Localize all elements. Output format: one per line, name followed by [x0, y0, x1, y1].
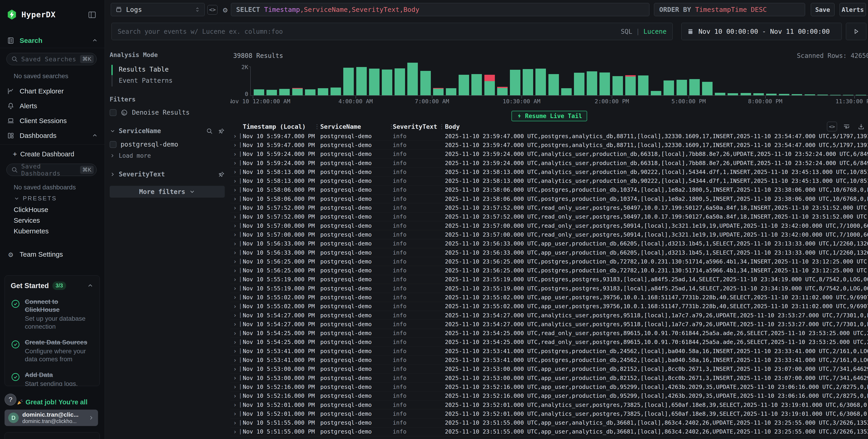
histogram-bar[interactable] [407, 63, 418, 95]
table-row[interactable]: › Nov 10 5:59:47.000 PM postgresql-demo … [230, 132, 868, 140]
sidebar-item-dashboards[interactable]: Dashboards [0, 129, 105, 142]
col-header-servicename[interactable]: ServiceName [320, 123, 361, 130]
histogram-bar[interactable] [625, 75, 636, 95]
histogram-bar[interactable] [471, 74, 482, 95]
row-expander-icon[interactable]: › [233, 160, 240, 166]
histogram-bar[interactable] [420, 71, 431, 95]
facet-value-row[interactable]: postgresql-demo [110, 140, 225, 148]
row-expander-icon[interactable]: › [233, 383, 240, 390]
table-row[interactable]: › Nov 10 5:55:02.000 PM postgresql-demo … [230, 302, 868, 311]
source-select[interactable]: Logs [111, 3, 205, 16]
sidebar-item-client-sessions[interactable]: Client Sessions [0, 115, 105, 127]
row-expander-icon[interactable]: › [233, 205, 240, 211]
pin-icon[interactable] [218, 128, 225, 134]
more-filters-button[interactable]: More filters [110, 186, 225, 198]
table-row[interactable]: › Nov 10 5:59:47.000 PM postgresql-demo … [230, 140, 868, 150]
get-started-item[interactable]: Add Data Start sending logs, metrics, or… [11, 371, 94, 386]
row-expander-icon[interactable]: › [233, 133, 240, 139]
row-expander-icon[interactable]: › [233, 213, 240, 220]
sidebar-item-chart-explorer[interactable]: Chart Explorer [0, 85, 105, 98]
table-row[interactable]: › Nov 10 5:53:00.000 PM postgresql-demo … [230, 374, 868, 382]
mode-results-table[interactable]: Results Table [110, 64, 225, 75]
table-row[interactable]: › Nov 10 5:57:52.000 PM postgresql-demo … [230, 203, 868, 212]
histogram-bar[interactable] [856, 95, 866, 95]
histogram-bar[interactable] [613, 76, 623, 95]
histogram-bar[interactable] [766, 94, 777, 95]
table-row[interactable]: › Nov 10 5:58:13.000 PM postgresql-demo … [230, 177, 868, 185]
table-row[interactable]: › Nov 10 5:56:33.000 PM postgresql-demo … [230, 248, 868, 257]
row-expander-icon[interactable]: › [233, 168, 240, 175]
table-row[interactable]: › Nov 10 5:58:06.000 PM postgresql-demo … [230, 186, 868, 194]
row-expander-icon[interactable]: › [233, 312, 240, 319]
row-expander-icon[interactable]: › [233, 195, 240, 202]
row-expander-icon[interactable]: › [233, 178, 240, 184]
get-started-item[interactable]: Connect to ClickHouse Set up your databa… [11, 298, 94, 331]
row-expander-icon[interactable]: › [233, 285, 240, 292]
chevron-up-icon[interactable] [92, 132, 98, 139]
row-expander-icon[interactable]: › [233, 428, 240, 435]
table-row[interactable]: › Nov 10 5:54:25.000 PM postgresql-demo … [230, 338, 868, 347]
table-row[interactable]: › Nov 10 5:51:55.000 PM postgresql-demo … [230, 418, 868, 427]
source-settings-button[interactable]: ⚙ [220, 5, 230, 14]
row-expander-icon[interactable]: › [233, 142, 240, 148]
row-expander-icon[interactable]: › [233, 330, 240, 337]
table-row[interactable]: › Nov 10 5:57:00.000 PM postgresql-demo … [230, 221, 868, 230]
sidebar-item-kubernetes[interactable]: Kubernetes [14, 227, 49, 235]
histogram-bar[interactable] [510, 70, 520, 95]
histogram-bar[interactable] [459, 75, 469, 95]
load-more-button[interactable]: Load more [110, 152, 225, 159]
table-row[interactable]: › Nov 10 5:52:16.000 PM postgresql-demo … [230, 391, 868, 401]
histogram-bar[interactable] [830, 95, 841, 95]
row-expander-icon[interactable]: › [233, 401, 240, 408]
row-expander-icon[interactable]: › [233, 393, 240, 399]
table-row[interactable]: › Nov 10 5:56:25.000 PM postgresql-demo … [230, 257, 868, 266]
presets-header[interactable]: PRESETS [14, 195, 57, 202]
saved-searches-input[interactable]: Saved Searches ⌘K [6, 53, 97, 65]
chevron-up-icon[interactable] [87, 282, 94, 289]
resume-live-tail-button[interactable]: Resume Live Tail [511, 111, 587, 121]
denoise-row[interactable]: Denoise Results [110, 109, 225, 116]
row-expander-icon[interactable]: › [233, 294, 240, 301]
histogram-bar[interactable] [433, 88, 443, 95]
histogram-bar[interactable] [817, 95, 828, 95]
row-expander-icon[interactable]: › [233, 249, 240, 256]
help-button[interactable]: ? [5, 394, 17, 406]
row-expander-icon[interactable]: › [233, 321, 240, 327]
table-row[interactable]: › Nov 10 5:58:06.000 PM postgresql-demo … [230, 194, 868, 203]
denoise-checkbox[interactable] [110, 109, 117, 116]
histogram-bar[interactable] [843, 95, 854, 95]
sidebar-item-team-settings[interactable]: ⚙ Team Settings [0, 248, 105, 261]
row-expander-icon[interactable]: › [233, 231, 240, 238]
histogram-bar[interactable] [485, 75, 495, 95]
histogram-bar[interactable] [574, 73, 584, 95]
histogram-plot[interactable]: Nov 10 12:00:00 AM4:00:00 AM7:00:00 AM10… [250, 61, 868, 96]
histogram-bar[interactable] [651, 91, 661, 95]
histogram-bar[interactable] [741, 93, 751, 95]
histogram-bar[interactable] [702, 82, 713, 95]
col-header-severitytext[interactable]: SeverityText [393, 123, 437, 130]
row-expander-icon[interactable]: › [233, 267, 240, 274]
histogram-bar[interactable] [279, 89, 290, 95]
table-row[interactable]: › Nov 10 5:54:27.000 PM postgresql-demo … [230, 320, 868, 329]
facet-servicename-header[interactable]: ServiceName [110, 127, 225, 135]
table-row[interactable]: › Nov 10 5:56:33.000 PM postgresql-demo … [230, 239, 868, 248]
histogram-bar[interactable] [561, 88, 572, 95]
table-row[interactable]: › Nov 10 5:53:41.000 PM postgresql-demo … [230, 347, 868, 355]
table-row[interactable]: › Nov 10 5:54:25.000 PM postgresql-demo … [230, 329, 868, 338]
column-resize-handle[interactable]: ⋮ [439, 123, 444, 130]
row-expander-icon[interactable]: › [233, 419, 240, 426]
row-expander-icon[interactable]: › [233, 357, 240, 364]
row-expander-icon[interactable]: › [233, 222, 240, 229]
user-profile-card[interactable]: D dominic.tran@clic... dominic.tran@clic… [5, 410, 98, 426]
sidebar-collapse-icon[interactable] [88, 10, 97, 19]
table-row[interactable]: › Nov 10 5:57:52.000 PM postgresql-demo … [230, 213, 868, 221]
facet-severitytext-header[interactable]: SeverityText [110, 170, 225, 178]
row-expander-icon[interactable]: › [233, 240, 240, 247]
search-icon[interactable] [206, 128, 213, 134]
sidebar-item-clickhouse[interactable]: ClickHouse [14, 206, 48, 214]
histogram-bar[interactable] [599, 72, 610, 95]
saved-dashboards-input[interactable]: Saved Dashboards ⌘K [6, 164, 97, 176]
facet-value-checkbox[interactable] [110, 141, 117, 148]
table-row[interactable]: › Nov 10 5:52:16.000 PM postgresql-demo … [230, 382, 868, 391]
table-row[interactable]: › Nov 10 5:53:41.000 PM postgresql-demo … [230, 355, 868, 365]
